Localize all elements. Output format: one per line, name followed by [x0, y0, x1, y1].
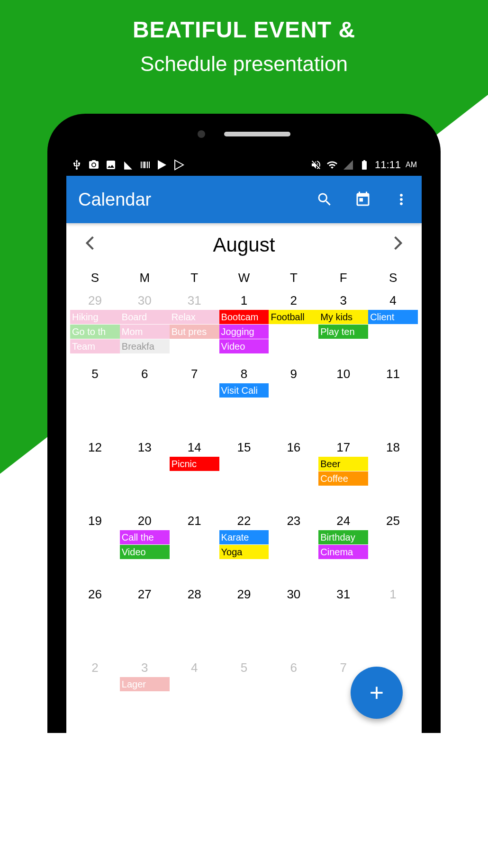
- day-cell[interactable]: 15: [219, 439, 269, 513]
- day-cell[interactable]: 23: [269, 513, 318, 586]
- today-button[interactable]: [354, 191, 371, 208]
- phone-camera-icon: [198, 130, 205, 138]
- day-cell[interactable]: 19: [70, 513, 120, 586]
- day-cell[interactable]: 31: [318, 586, 368, 660]
- plus-icon: +: [370, 678, 384, 707]
- wifi-icon: [326, 159, 338, 171]
- day-cell[interactable]: 26: [70, 586, 120, 660]
- day-number: 10: [318, 367, 368, 381]
- day-cell[interactable]: 4: [170, 660, 219, 733]
- event-chip[interactable]: My kids: [318, 310, 368, 324]
- event-chip[interactable]: Video: [219, 339, 269, 353]
- day-cell[interactable]: 18: [368, 439, 418, 513]
- day-cell[interactable]: 12: [70, 439, 120, 513]
- image-icon: [105, 159, 117, 171]
- event-chip[interactable]: Client: [368, 310, 418, 324]
- day-number: 29: [70, 293, 120, 308]
- day-number: 29: [219, 587, 269, 602]
- event-chip[interactable]: Team: [70, 339, 120, 353]
- day-cell[interactable]: 1: [368, 586, 418, 660]
- day-cell[interactable]: 28: [170, 586, 219, 660]
- day-number: 6: [120, 367, 170, 381]
- day-number: 28: [170, 587, 219, 602]
- event-chip[interactable]: Mom: [120, 325, 170, 339]
- day-cell[interactable]: 30: [269, 586, 318, 660]
- event-chip[interactable]: Video: [120, 545, 170, 559]
- day-cell[interactable]: 3Lager: [120, 660, 170, 733]
- day-cell[interactable]: 20Call theVideo: [120, 513, 170, 586]
- day-cell[interactable]: 5: [70, 366, 120, 439]
- weekday-label: W: [219, 271, 269, 285]
- day-cell[interactable]: 11: [368, 366, 418, 439]
- event-chip[interactable]: Visit Cali: [219, 383, 269, 398]
- day-number: 1: [219, 293, 269, 308]
- day-cell[interactable]: 13: [120, 439, 170, 513]
- day-cell[interactable]: 14Picnic: [170, 439, 219, 513]
- day-cell[interactable]: 7: [170, 366, 219, 439]
- day-cell[interactable]: 4Client: [368, 292, 418, 366]
- event-chip[interactable]: Call the: [120, 530, 170, 544]
- event-chip[interactable]: Cinema: [318, 545, 368, 559]
- day-cell[interactable]: 2: [70, 660, 120, 733]
- event-chip[interactable]: Go to th: [70, 325, 120, 339]
- day-number: 11: [368, 367, 418, 381]
- day-number: 31: [170, 293, 219, 308]
- day-number: 8: [219, 367, 269, 381]
- event-chip[interactable]: Bootcam: [219, 310, 269, 324]
- status-ampm: AM: [406, 161, 417, 169]
- day-number: 20: [120, 514, 170, 528]
- day-cell[interactable]: 22KarateYoga: [219, 513, 269, 586]
- day-number: 19: [70, 514, 120, 528]
- event-chip[interactable]: Yoga: [219, 545, 269, 559]
- event-chip[interactable]: Play ten: [318, 325, 368, 339]
- event-chip[interactable]: Beer: [318, 457, 368, 471]
- more-button[interactable]: [393, 191, 410, 208]
- event-chip[interactable]: Birthday: [318, 530, 368, 544]
- battery-icon: [359, 159, 370, 171]
- add-event-fab[interactable]: +: [351, 667, 403, 719]
- weekday-label: M: [120, 271, 170, 285]
- event-chip[interactable]: Board: [120, 310, 170, 324]
- day-cell[interactable]: 24BirthdayCinema: [318, 513, 368, 586]
- day-cell[interactable]: 29HikingGo to thTeam: [70, 292, 120, 366]
- day-cell[interactable]: 1BootcamJoggingVideo: [219, 292, 269, 366]
- day-cell[interactable]: 21: [170, 513, 219, 586]
- event-chip[interactable]: Coffee: [318, 471, 368, 486]
- day-cell[interactable]: 31RelaxBut pres: [170, 292, 219, 366]
- day-cell[interactable]: 2Football: [269, 292, 318, 366]
- day-number: 31: [318, 587, 368, 602]
- day-number: 18: [368, 440, 418, 455]
- day-cell[interactable]: 10: [318, 366, 368, 439]
- event-chip[interactable]: Football: [269, 310, 318, 324]
- phone-speaker-icon: [224, 132, 290, 136]
- day-cell[interactable]: 17BeerCoffee: [318, 439, 368, 513]
- event-chip[interactable]: But pres: [170, 325, 219, 339]
- search-button[interactable]: [316, 191, 333, 208]
- event-chip[interactable]: Jogging: [219, 325, 269, 339]
- day-cell[interactable]: 5: [219, 660, 269, 733]
- day-cell[interactable]: 29: [219, 586, 269, 660]
- day-number: 4: [368, 293, 418, 308]
- event-chip[interactable]: Breakfa: [120, 339, 170, 353]
- day-cell[interactable]: 16: [269, 439, 318, 513]
- event-chip[interactable]: Picnic: [170, 457, 219, 471]
- day-cell[interactable]: 25: [368, 513, 418, 586]
- day-cell[interactable]: 30BoardMomBreakfa: [120, 292, 170, 366]
- day-cell[interactable]: 8Visit Cali: [219, 366, 269, 439]
- event-chip[interactable]: Lager: [120, 677, 170, 691]
- day-number: 6: [269, 660, 318, 675]
- day-number: 16: [269, 440, 318, 455]
- day-cell[interactable]: 3My kidsPlay ten: [318, 292, 368, 366]
- day-cell[interactable]: 6: [120, 366, 170, 439]
- event-chip[interactable]: Karate: [219, 530, 269, 544]
- next-month-button[interactable]: [389, 235, 407, 255]
- event-chip[interactable]: Relax: [170, 310, 219, 324]
- day-cell[interactable]: 27: [120, 586, 170, 660]
- event-chip[interactable]: Hiking: [70, 310, 120, 324]
- day-cell[interactable]: 6: [269, 660, 318, 733]
- day-cell[interactable]: 9: [269, 366, 318, 439]
- day-number: 3: [120, 660, 170, 675]
- status-bar: ◣ 11:11 AM: [66, 154, 422, 176]
- day-number: 3: [318, 293, 368, 308]
- prev-month-button[interactable]: [81, 235, 99, 255]
